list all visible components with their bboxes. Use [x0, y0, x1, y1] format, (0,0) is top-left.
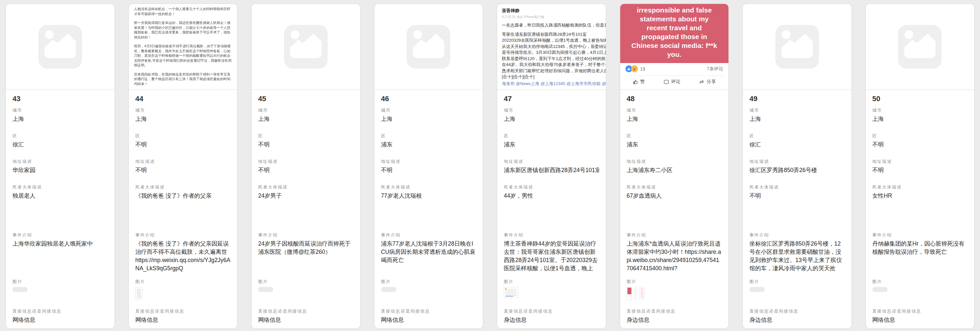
card-cover[interactable]: [866, 4, 974, 90]
like-button[interactable]: 赞: [633, 79, 645, 85]
weibo-text-line: 在44岁。我大伯和我大伯母70多岁老来丧子，对于整个事情我不做评价，: [502, 62, 606, 68]
field-value-direct: 网络信息: [13, 316, 108, 324]
field-city: 城市 上海: [749, 108, 845, 123]
field-value-deceased: 77岁老人沈瑞根: [381, 192, 477, 200]
field-deceased: 死者大体描述 不明: [749, 185, 845, 200]
social-post-snippet: irresponsible and false statements about…: [620, 4, 729, 89]
image-thumbnail-pill[interactable]: [13, 287, 27, 292]
field-event: 事件介绍 《我的爸爸 没了》作者的父亲因延误治疗而不得不高位截肢，未久遍离世 h…: [135, 232, 231, 273]
field-image: 图片: [13, 279, 108, 301]
card-cover[interactable]: [6, 4, 115, 90]
field-label-direct: 直接信息还是间接信息: [504, 309, 599, 313]
card-cover[interactable]: 茶香禅静 4-2 02:31 来自 iPhone客户端 一名志愿者，昨日我投入路…: [497, 4, 606, 90]
record-card[interactable]: 46 城市 上海 区 浦东 地址描述 不明 死者大体描述 77岁老人沈瑞根 事件…: [374, 3, 484, 329]
field-value-event: 24岁男子因核酸而延误治疗而猝死于浦东医院（微博@红茶260）: [258, 240, 353, 256]
field-label-address: 地址描述: [627, 159, 722, 164]
image-thumbnail-strip[interactable]: [634, 287, 637, 300]
post-action-bar: 赞 评论 分享: [620, 76, 729, 85]
card-cover[interactable]: [743, 4, 851, 90]
field-district: 区 不明: [872, 133, 968, 149]
card-body: 49 城市 上海 区 徐汇 地址描述 徐汇区罗秀路850弄26号楼 死者大体描述…: [743, 94, 851, 329]
field-city: 城市 上海: [381, 108, 477, 123]
comment-bubble-icon: [663, 79, 669, 85]
field-label-address: 地址描述: [504, 159, 599, 164]
field-event: 事件介绍 丹纳赫集团的某Hr，因心脏猝死没有核酸报告耽误治疗，导致死亡: [872, 232, 968, 273]
thumbnail-row: [627, 287, 722, 300]
field-value-event: 博主茶香禅静44岁的堂哥因延误治疗去世：我哥哥家住浦东新区唐镇创新西路28弄24…: [504, 240, 599, 273]
field-image: 图片: [135, 279, 231, 301]
field-label-event: 事件介绍: [749, 232, 845, 237]
field-value-address: 徐汇区罗秀路850弄26号楼: [749, 166, 845, 174]
image-placeholder-icon: [775, 25, 819, 69]
comment-button[interactable]: 评论: [663, 79, 680, 85]
record-card[interactable]: 茶香禅静 4-2 02:31 来自 iPhone客户端 一名志愿者，昨日我投入路…: [496, 3, 606, 329]
field-deceased: 死者大体描述 女性HR: [872, 185, 968, 200]
field-value-deceased: 独居老人: [13, 192, 108, 200]
weibo-mention-links[interactable]: 海发布 @News上海 @上海12345 @上海市市民信箱 @上海市志愿者协会: [502, 81, 606, 87]
image-thumbnail-pill[interactable]: [381, 287, 396, 292]
field-address: 地址描述 不明: [258, 159, 353, 174]
field-value-district: 不明: [258, 141, 353, 149]
field-label-city: 城市: [749, 108, 845, 113]
card-body: 45 城市 上海 区 不明 地址描述 不明 死者大体描述 24岁男子 事件介绍 …: [251, 94, 360, 329]
field-label-event: 事件介绍: [258, 232, 353, 237]
field-district: 区 徐汇: [13, 133, 108, 149]
image-thumbnail-pill[interactable]: [749, 287, 765, 292]
field-city: 城市 上海: [13, 108, 108, 123]
field-value-district: 浦东: [504, 141, 599, 149]
field-city: 城市 上海: [504, 108, 599, 123]
image-thumbnail-pill[interactable]: [258, 287, 273, 292]
field-value-address: 浦东新区唐镇创新西路28弄24号101室: [504, 166, 599, 174]
field-label-address: 地址描述: [13, 159, 108, 164]
field-direct: 直接信息还是间接信息 网络信息: [135, 309, 231, 324]
field-label-address: 地址描述: [872, 159, 968, 164]
shocked-face-reaction-icon: [631, 66, 638, 72]
field-value-address: 不明: [872, 166, 968, 174]
field-value-address: 不明: [381, 166, 477, 174]
field-direct: 直接信息还是间接信息 身边信息: [504, 309, 599, 324]
record-card[interactable]: 49 城市 上海 区 徐汇 地址描述 徐汇区罗秀路850弄26号楼 死者大体描述…: [742, 3, 852, 329]
card-cover[interactable]: [251, 4, 360, 90]
field-label-address: 地址描述: [258, 159, 353, 164]
field-deceased: 死者大体描述 24岁男子: [258, 185, 353, 200]
field-event: 事件介绍 上海浦东*血透病人延误治疗致死且遗体滞留家中约30小时！https:/…: [627, 232, 722, 273]
image-placeholder-icon: [898, 25, 942, 69]
record-card[interactable]: 43 城市 上海 区 徐汇 地址描述 华欣家园 死者大体描述 独居老人 事件介绍…: [5, 3, 115, 329]
field-value-city: 上海: [258, 115, 353, 123]
field-label-image: 图片: [258, 279, 353, 284]
record-card[interactable]: 45 城市 上海 区 不明 地址描述 不明 死者大体描述 24岁男子 事件介绍 …: [251, 3, 361, 329]
image-placeholder-icon: [284, 25, 328, 69]
image-thumbnail-doc[interactable]: [135, 287, 142, 300]
field-image: 图片: [872, 279, 968, 301]
field-value-address: 华欣家园: [13, 166, 108, 174]
card-cover[interactable]: [375, 4, 483, 90]
field-label-image: 图片: [872, 279, 968, 284]
card-cover[interactable]: irresponsible and false statements about…: [620, 4, 729, 90]
thumbnail-row: [504, 287, 599, 298]
field-event: 事件介绍 24岁男子因核酸而延误治疗而猝死于浦东医院（微博@红茶260）: [258, 232, 353, 273]
field-value-address: 不明: [135, 166, 231, 174]
record-card[interactable]: irresponsible and false statements about…: [620, 3, 729, 329]
field-district: 区 浦东: [504, 133, 599, 149]
field-value-address: 上海浦东寿二小区: [627, 166, 722, 174]
field-value-city: 上海: [749, 115, 845, 123]
field-label-city: 城市: [135, 108, 231, 113]
field-direct: 直接信息还是间接信息 网络信息: [13, 309, 108, 324]
thumbnail-row: [381, 287, 477, 292]
card-cover[interactable]: 人都没有这样的机会，一个病人需要几十个人的同时帮助和关怀才有可能获得一丝的机会！…: [129, 4, 237, 90]
field-label-event: 事件介绍: [627, 232, 722, 237]
comment-count[interactable]: 7条评论: [707, 66, 723, 72]
field-city: 城市 上海: [872, 108, 968, 123]
record-card[interactable]: 人都没有这样的机会，一个病人需要几十个人的同时帮助和关怀才有可能获得一丝的机会！…: [128, 3, 238, 329]
record-card[interactable]: 50 城市 上海 区 不明 地址描述 不明 死者大体描述 女性HR 事件介绍 丹…: [865, 3, 975, 329]
share-button[interactable]: 分享: [699, 79, 716, 85]
image-thumbnail-shot[interactable]: [504, 287, 518, 298]
image-thumbnail-pill[interactable]: [872, 287, 888, 292]
field-label-direct: 直接信息还是间接信息: [627, 309, 722, 313]
image-thumbnail-redlist[interactable]: [639, 287, 645, 300]
field-label-district: 区: [13, 133, 108, 138]
image-thumbnail-redtop[interactable]: [627, 287, 632, 300]
article-text-snippet: 人都没有这样的机会，一个病人需要几十个人的同时帮助和关怀才有可能获得一丝的机会！…: [129, 4, 237, 89]
field-address: 地址描述 浦东新区唐镇创新西路28弄24号101室: [504, 159, 599, 174]
weibo-text-line: 20220329去医院采样核酸，以便1号血透，晚上被告知核酸异样，等待转移: [502, 37, 606, 44]
